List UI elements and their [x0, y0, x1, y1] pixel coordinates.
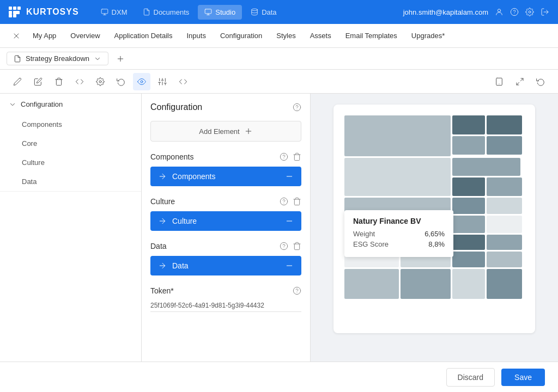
svg-rect-54 — [487, 115, 522, 134]
sidebar-item-culture[interactable]: Culture — [0, 153, 141, 172]
config-help-icon[interactable] — [293, 103, 301, 112]
sliders-icon — [158, 77, 167, 86]
data-help-icon[interactable] — [280, 242, 288, 250]
close-button[interactable] — [9, 28, 24, 44]
sidebar-item-components[interactable]: Components — [0, 115, 141, 134]
toolbar-edit-pencil[interactable] — [9, 73, 26, 90]
svg-point-50 — [293, 287, 300, 294]
logout-icon[interactable] — [541, 8, 549, 16]
arrow-right-icon — [158, 261, 167, 270]
code2-icon — [179, 77, 187, 86]
svg-point-38 — [280, 153, 287, 160]
document-icon — [14, 55, 21, 63]
pencil-icon — [13, 77, 22, 86]
sidebar: Configuration Components Core Culture Da… — [0, 94, 142, 362]
sidebar-section-header[interactable]: Configuration — [0, 94, 141, 115]
treemap-visualization: Natury Finance BV Weight 6,65% ESG Score… — [344, 115, 524, 301]
preview-area: Natury Finance BV Weight 6,65% ESG Score… — [311, 94, 558, 362]
culture-element-button[interactable]: Culture — [150, 211, 301, 231]
nav-item-dxm[interactable]: DXM — [94, 5, 134, 20]
token-help-icon[interactable] — [293, 286, 301, 295]
toolbar-fullscreen[interactable] — [511, 73, 529, 90]
toolbar-trash[interactable] — [50, 73, 68, 90]
svg-rect-69 — [487, 235, 522, 250]
plus-icon — [116, 54, 125, 63]
user-email: john.smith@kapitalam.com — [403, 8, 488, 16]
sidebar-item-data[interactable]: Data — [0, 172, 141, 191]
culture-delete-icon[interactable] — [293, 197, 301, 206]
sidebar-item-core[interactable]: Core — [0, 134, 141, 153]
data-button-label: Data — [172, 261, 189, 270]
svg-rect-64 — [452, 216, 485, 233]
second-nav-assets[interactable]: Assets — [304, 28, 338, 43]
svg-rect-63 — [487, 198, 522, 214]
second-nav-email-templates[interactable]: Email Templates — [339, 28, 404, 43]
plus-icon — [244, 127, 253, 136]
minus-icon — [285, 261, 294, 270]
tooltip-title: Natury Finance BV — [353, 217, 445, 225]
svg-point-42 — [280, 198, 287, 205]
nav-documents-label: Documents — [154, 8, 190, 16]
svg-rect-70 — [452, 252, 485, 267]
data-delete-icon[interactable] — [293, 242, 301, 250]
toolbar-history[interactable] — [112, 73, 130, 90]
toolbar-edit-check[interactable] — [29, 73, 47, 90]
token-section: Token* 25f1069f-52c6-4a91-9d81-5g3i9-444… — [150, 286, 301, 312]
second-nav-upgrades[interactable]: Upgrades* — [405, 28, 451, 43]
toolbar-code2[interactable] — [174, 73, 192, 90]
nav-item-documents[interactable]: Documents — [136, 5, 196, 20]
treemap-svg — [344, 115, 524, 301]
brand-logo: KURTOSYS — [9, 7, 79, 17]
svg-point-11 — [511, 8, 518, 15]
data-element-button[interactable]: Data — [150, 256, 301, 275]
svg-rect-60 — [487, 177, 522, 196]
toolbar-eye[interactable] — [133, 73, 150, 90]
add-element-button[interactable]: Add Element — [150, 121, 301, 142]
toolbar-sliders[interactable] — [154, 73, 171, 90]
database-icon — [251, 8, 258, 16]
second-nav-overview[interactable]: Overview — [64, 28, 106, 43]
add-tab-button[interactable] — [113, 51, 128, 66]
document-tab[interactable]: Strategy Breakdown — [7, 52, 108, 65]
history-icon — [117, 77, 125, 86]
brand-name: KURTOSYS — [26, 7, 79, 17]
user-icon[interactable] — [495, 8, 504, 16]
toolbar-settings[interactable] — [92, 73, 109, 90]
second-nav-configuration[interactable]: Configuration — [214, 28, 269, 43]
svg-rect-57 — [344, 158, 451, 196]
components-element-button[interactable]: Components — [150, 167, 301, 186]
culture-help-icon[interactable] — [280, 197, 288, 206]
components-delete-icon[interactable] — [293, 152, 301, 161]
svg-line-32 — [520, 78, 523, 81]
second-nav-my-app[interactable]: My App — [26, 28, 63, 43]
chevron-down-icon — [94, 55, 101, 63]
svg-rect-68 — [452, 235, 485, 250]
svg-rect-6 — [13, 14, 16, 17]
file-icon — [143, 8, 150, 16]
svg-rect-59 — [452, 177, 485, 196]
discard-button[interactable]: Discard — [446, 368, 495, 387]
second-nav-styles[interactable]: Styles — [270, 28, 302, 43]
fullscreen-icon — [515, 77, 524, 86]
second-nav-app-details[interactable]: Application Details — [108, 28, 179, 43]
second-nav-inputs[interactable]: Inputs — [180, 28, 213, 43]
config-section-culture-header: Culture — [150, 197, 301, 206]
arrow-right-icon — [158, 217, 167, 225]
nav-item-data[interactable]: Data — [244, 5, 283, 20]
tooltip-weight-label: Weight — [353, 230, 375, 238]
settings-icon[interactable] — [525, 8, 534, 16]
token-label: Token* — [150, 286, 174, 295]
toolbar-tablet[interactable] — [490, 73, 508, 90]
save-button[interactable]: Save — [501, 369, 545, 386]
svg-point-13 — [529, 11, 531, 13]
toolbar-code[interactable] — [71, 73, 88, 90]
token-label-row: Token* — [150, 286, 301, 295]
top-nav-items: DXM Documents Studio Data — [94, 5, 283, 20]
help-icon[interactable] — [510, 8, 519, 16]
svg-point-46 — [280, 242, 287, 249]
toolbar-refresh[interactable] — [532, 73, 549, 90]
arrow-right-icon — [158, 172, 167, 181]
nav-item-studio[interactable]: Studio — [198, 5, 242, 20]
svg-rect-5 — [9, 14, 12, 17]
components-help-icon[interactable] — [280, 152, 288, 161]
